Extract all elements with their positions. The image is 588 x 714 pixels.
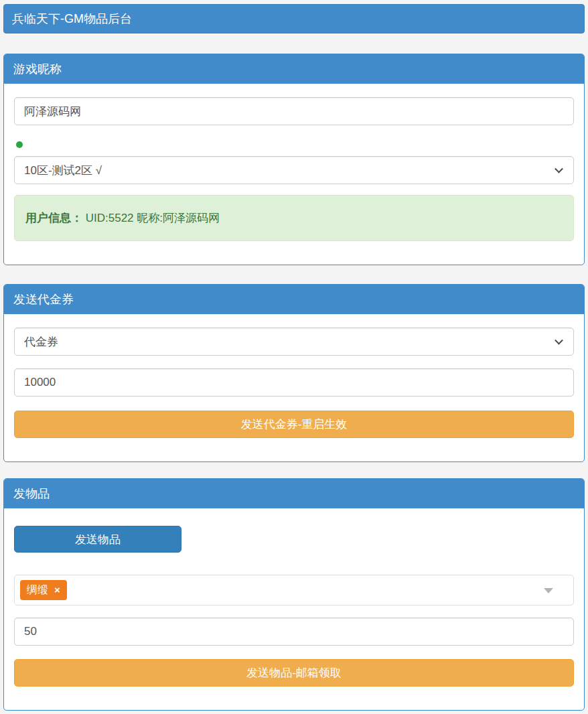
voucher-type-select[interactable]: 代金券	[14, 328, 574, 356]
server-select-wrap: 10区-测试2区 √	[14, 156, 574, 184]
item-multiselect[interactable]: 绸缎 ×	[14, 575, 574, 605]
app-title: 兵临天下-GM物品后台	[12, 11, 132, 27]
voucher-type-select-wrap: 代金券	[14, 328, 574, 356]
caret-down-icon	[544, 588, 553, 593]
page: 兵临天下-GM物品后台 游戏昵称 10区-测试2区 √ 用户信息： UID:55…	[0, 0, 588, 711]
item-quantity-input[interactable]	[14, 618, 574, 646]
panel-send-voucher-body: 代金券 发送代金券-重启生效	[4, 314, 584, 461]
remove-tag-icon[interactable]: ×	[54, 583, 60, 597]
panel-send-items-title: 发物品	[13, 486, 50, 502]
panel-send-items-body: 发送物品 绸缎 × 发送物品-邮箱领取	[4, 508, 584, 710]
panel-game-nickname-heading: 游戏昵称	[4, 54, 584, 84]
user-info-label: 用户信息：	[25, 212, 82, 224]
app-header: 兵临天下-GM物品后台	[3, 4, 585, 33]
panel-game-nickname-title: 游戏昵称	[13, 61, 62, 77]
voucher-amount-input[interactable]	[14, 368, 574, 397]
nickname-input[interactable]	[14, 97, 574, 125]
send-items-mail-button[interactable]: 发送物品-邮箱领取	[14, 659, 574, 687]
panel-send-voucher-title: 发送代金券	[13, 291, 74, 307]
send-items-open-button[interactable]: 发送物品	[14, 526, 181, 553]
panel-send-items-heading: 发物品	[4, 479, 584, 508]
panel-send-voucher: 发送代金券 代金券 发送代金券-重启生效	[3, 284, 585, 462]
item-tag-label: 绸缎	[27, 583, 48, 597]
server-status-row	[14, 141, 574, 148]
panel-game-nickname-body: 10区-测试2区 √ 用户信息： UID:5522 昵称:阿泽源码网	[4, 84, 584, 265]
item-tag[interactable]: 绸缎 ×	[20, 580, 67, 600]
online-status-dot-icon	[16, 141, 23, 148]
panel-send-voucher-heading: 发送代金券	[4, 285, 584, 314]
user-info-alert: 用户信息： UID:5522 昵称:阿泽源码网	[14, 195, 574, 241]
server-select[interactable]: 10区-测试2区 √	[14, 156, 574, 184]
panel-game-nickname: 游戏昵称 10区-测试2区 √ 用户信息： UID:5522 昵称:阿泽源码网	[3, 54, 585, 265]
user-info-text: UID:5522 昵称:阿泽源码网	[86, 212, 220, 224]
send-voucher-button[interactable]: 发送代金券-重启生效	[14, 411, 574, 438]
panel-send-items: 发物品 发送物品 绸缎 × 发送物品-邮箱领取	[3, 478, 585, 711]
